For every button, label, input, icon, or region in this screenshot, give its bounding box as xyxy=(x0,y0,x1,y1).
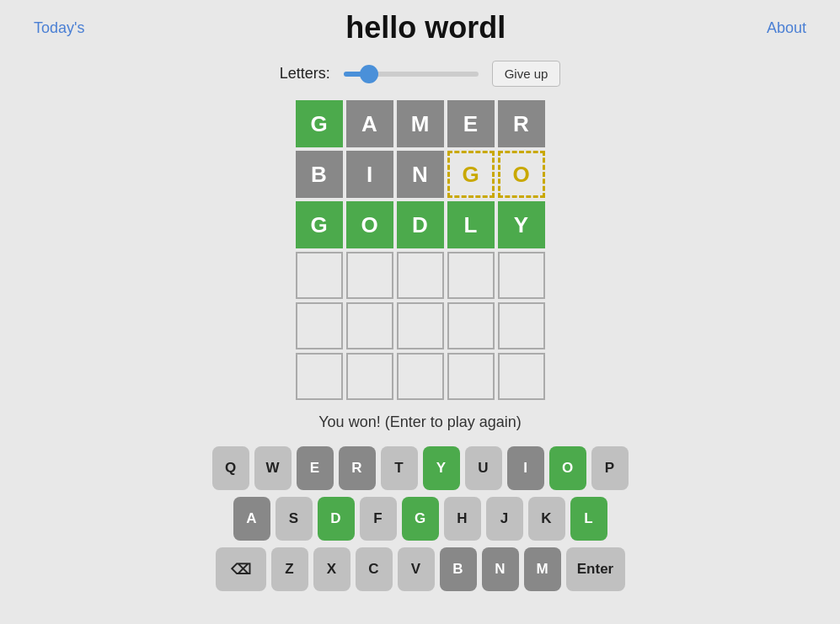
key-t[interactable]: T xyxy=(381,446,418,490)
grid-cell xyxy=(397,353,444,400)
controls-row: Letters: Give up xyxy=(0,61,840,87)
key-s[interactable]: S xyxy=(276,497,313,541)
keyboard-row: ASDFGHJKL xyxy=(233,497,607,541)
grid-cell: A xyxy=(346,100,393,147)
app-header: Today's hello wordl About xyxy=(0,0,840,56)
grid-cell xyxy=(296,302,343,349)
letters-label: Letters: xyxy=(280,65,330,83)
grid-cell: B xyxy=(296,151,343,198)
grid-cell xyxy=(447,302,495,349)
key-n[interactable]: N xyxy=(482,547,519,591)
key-l[interactable]: L xyxy=(570,497,607,541)
grid-cell xyxy=(346,302,393,349)
key-x[interactable]: X xyxy=(313,547,350,591)
key-q[interactable]: Q xyxy=(212,446,249,490)
grid-row: BINGO xyxy=(294,149,547,200)
grid-cell: G xyxy=(296,100,343,147)
grid-cell: I xyxy=(346,151,393,198)
grid-row xyxy=(294,301,547,351)
grid-cell: R xyxy=(498,100,545,147)
grid-row xyxy=(294,351,547,402)
grid-cell xyxy=(498,353,545,400)
keyboard: QWERTYUIOPASDFGHJKL⌫ZXCVBNMEnter xyxy=(0,446,840,591)
grid-cell xyxy=(346,353,393,400)
key-c[interactable]: C xyxy=(356,547,393,591)
key-w[interactable]: W xyxy=(254,446,292,490)
key-j[interactable]: J xyxy=(486,497,523,541)
grid-cell xyxy=(296,353,343,400)
grid-cell: M xyxy=(397,100,444,147)
grid-cell xyxy=(447,252,495,299)
grid-cell: D xyxy=(397,201,444,248)
grid-cell: G xyxy=(296,201,343,248)
key-k[interactable]: K xyxy=(528,497,565,541)
grid-cell: O xyxy=(498,151,545,198)
grid-cell xyxy=(397,302,444,349)
key-i[interactable]: I xyxy=(507,446,544,490)
key-d[interactable]: D xyxy=(318,497,355,541)
key-p[interactable]: P xyxy=(591,446,629,490)
key-v[interactable]: V xyxy=(398,547,435,591)
grid-cell: L xyxy=(447,201,495,248)
grid-cell xyxy=(498,302,545,349)
todays-link[interactable]: Today's xyxy=(34,19,84,37)
grid-cell xyxy=(296,252,343,299)
key-e[interactable]: E xyxy=(297,446,334,490)
grid-row: GODLY xyxy=(294,200,547,250)
grid-cell: G xyxy=(447,151,495,198)
grid-row xyxy=(294,250,547,301)
keyboard-row: QWERTYUIOP xyxy=(212,446,629,490)
grid-cell: N xyxy=(397,151,444,198)
app-title: hello wordl xyxy=(345,10,506,45)
grid-cell: O xyxy=(346,201,393,248)
key-m[interactable]: M xyxy=(524,547,561,591)
key-enter[interactable]: Enter xyxy=(566,547,625,591)
give-up-button[interactable]: Give up xyxy=(492,61,561,87)
key-u[interactable]: U xyxy=(465,446,502,490)
grid-row: GAMER xyxy=(294,99,547,149)
grid-cell xyxy=(346,252,393,299)
letters-slider[interactable] xyxy=(344,72,479,77)
word-grid: GAMERBINGOGODLY xyxy=(0,99,840,402)
key-backspace[interactable]: ⌫ xyxy=(216,547,266,591)
grid-cell xyxy=(447,353,495,400)
grid-cell: E xyxy=(447,100,495,147)
grid-cell xyxy=(397,252,444,299)
key-y[interactable]: Y xyxy=(423,446,460,490)
win-message: You won! (Enter to play again) xyxy=(0,413,840,431)
grid-cell xyxy=(498,252,545,299)
key-h[interactable]: H xyxy=(444,497,481,541)
key-z[interactable]: Z xyxy=(271,547,308,591)
key-f[interactable]: F xyxy=(360,497,397,541)
key-g[interactable]: G xyxy=(402,497,439,541)
keyboard-row: ⌫ZXCVBNMEnter xyxy=(216,547,625,591)
about-link[interactable]: About xyxy=(767,19,806,37)
key-o[interactable]: O xyxy=(549,446,586,490)
key-b[interactable]: B xyxy=(440,547,477,591)
key-a[interactable]: A xyxy=(233,497,270,541)
grid-cell: Y xyxy=(498,201,545,248)
key-r[interactable]: R xyxy=(339,446,376,490)
